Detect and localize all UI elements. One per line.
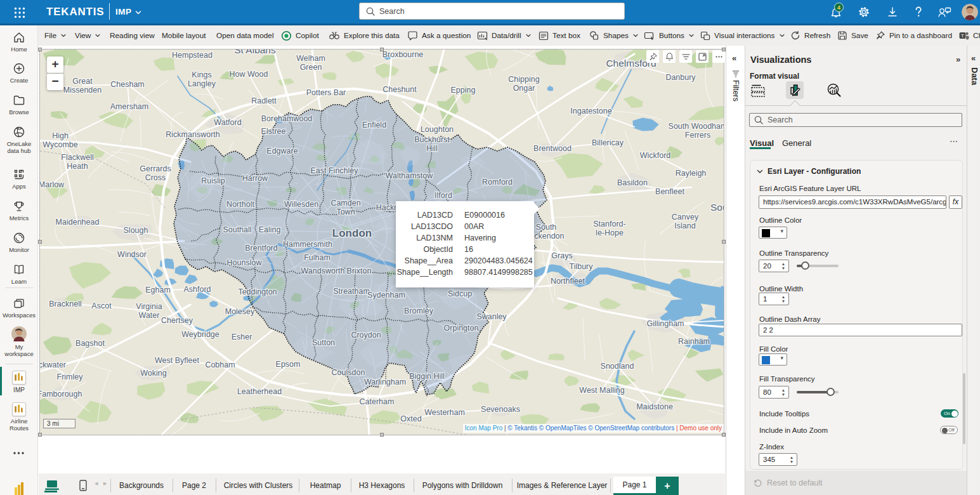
svg-text:Amersham: Amersham: [110, 102, 148, 111]
svg-text:ackwater: ackwater: [40, 360, 66, 369]
svg-text:Bromley: Bromley: [404, 307, 434, 315]
svg-text:Epping: Epping: [451, 86, 476, 95]
svg-text:Chesham: Chesham: [110, 80, 145, 89]
svg-text:Slough: Slough: [124, 226, 148, 235]
svg-text:Brentwood: Brentwood: [533, 144, 572, 153]
svg-text:Bagshot: Bagshot: [75, 339, 105, 348]
svg-text:Radlett: Radlett: [251, 96, 277, 105]
svg-text:Westerham: Westerham: [424, 408, 465, 417]
svg-text:Sidcup: Sidcup: [448, 289, 472, 298]
svg-text:Hammersmith: Hammersmith: [283, 240, 332, 249]
svg-text:Northfleet: Northfleet: [551, 277, 585, 286]
svg-text:East Finchley: East Finchley: [310, 166, 358, 175]
svg-text:St Albans: St Albans: [234, 50, 276, 55]
svg-text:Southall: Southall: [223, 225, 251, 234]
svg-text:West Byfleet: West Byfleet: [155, 356, 199, 365]
svg-text:Danbury: Danbury: [665, 73, 696, 82]
svg-text:Sevenoaks: Sevenoaks: [481, 405, 520, 414]
svg-text:Orpington: Orpington: [444, 324, 479, 333]
svg-text:Epsom: Epsom: [276, 360, 301, 369]
svg-text:Marlow: Marlow: [40, 180, 65, 189]
svg-text:Egham: Egham: [145, 286, 171, 294]
svg-text:Benfleet: Benfleet: [655, 187, 684, 196]
svg-text:Northolt: Northolt: [226, 200, 254, 209]
svg-text:Loughton: Loughton: [421, 125, 454, 134]
svg-text:Rickmansworth: Rickmansworth: [166, 130, 219, 139]
svg-text:Watford: Watford: [214, 118, 241, 127]
svg-text:Cheshunt: Cheshunt: [382, 85, 417, 94]
svg-text:Ilford: Ilford: [434, 191, 452, 200]
svg-text:Willesden: Willesden: [284, 200, 318, 209]
svg-text:Coulsdon: Coulsdon: [332, 368, 365, 377]
svg-text:Rainham: Rainham: [678, 337, 710, 346]
svg-text:Ingatestone: Ingatestone: [570, 107, 611, 116]
svg-text:Windsor: Windsor: [117, 250, 147, 259]
svg-text:Tilbury: Tilbury: [569, 262, 593, 271]
svg-text:Brentford: Brentford: [245, 244, 277, 253]
svg-text:Brixton: Brixton: [347, 267, 372, 275]
svg-text:Teddington: Teddington: [238, 287, 277, 296]
svg-text:Billericay: Billericay: [592, 138, 624, 147]
svg-text:Caterham: Caterham: [360, 397, 395, 406]
svg-text:Biggin Hill: Biggin Hill: [409, 372, 445, 381]
svg-text:Croydon: Croydon: [351, 331, 381, 340]
svg-text:Walthamstow: Walthamstow: [386, 171, 434, 180]
svg-text:Woking: Woking: [140, 369, 167, 378]
svg-text:Streatham: Streatham: [333, 287, 370, 296]
svg-text:Sutton: Sutton: [312, 338, 335, 347]
svg-text:WelhamGreen: WelhamGreen: [296, 54, 325, 72]
svg-text:Fulham: Fulham: [304, 253, 330, 262]
svg-text:VirginiaWater: VirginiaWater: [136, 302, 162, 320]
svg-text:Cobham: Cobham: [205, 360, 235, 369]
svg-text:Bracknell: Bracknell: [49, 300, 81, 308]
svg-text:Harrow: Harrow: [242, 174, 268, 183]
svg-text:Snodland: Snodland: [601, 362, 634, 371]
svg-text:Wandsworth: Wandsworth: [301, 267, 344, 275]
svg-text:Molesey: Molesey: [225, 307, 255, 316]
svg-text:Gillingham: Gillingham: [646, 319, 684, 328]
svg-text:Grays: Grays: [551, 251, 572, 260]
svg-text:Edgware: Edgware: [266, 147, 297, 155]
svg-text:Oxted: Oxted: [400, 414, 421, 423]
svg-text:Potters Bar: Potters Bar: [306, 88, 346, 97]
svg-text:Wickford: Wickford: [640, 151, 671, 160]
svg-text:Ashford: Ashford: [183, 285, 211, 294]
svg-text:Basildon: Basildon: [617, 178, 648, 187]
svg-text:Rayleigh: Rayleigh: [676, 169, 707, 178]
svg-text:Hounslow: Hounslow: [227, 258, 263, 267]
svg-text:Broxbourne: Broxbourne: [382, 50, 424, 59]
svg-text:Esher: Esher: [232, 333, 252, 341]
svg-text:Elstree: Elstree: [261, 127, 286, 136]
svg-text:ChippingOngar: ChippingOngar: [508, 75, 539, 93]
svg-text:Maidenhead: Maidenhead: [56, 218, 100, 227]
svg-text:Ruislip: Ruislip: [201, 176, 225, 185]
svg-text:South: South: [710, 202, 724, 213]
svg-text:Stanford-le-Hope: Stanford-le-Hope: [593, 220, 625, 237]
svg-text:Ascot: Ascot: [91, 301, 112, 310]
svg-text:Famborough: Famborough: [40, 390, 82, 399]
svg-text:Swanley: Swanley: [476, 312, 507, 321]
svg-text:Maidstone: Maidstone: [636, 402, 673, 411]
svg-text:Chertsey: Chertsey: [161, 316, 193, 325]
svg-text:Leatherhead: Leatherhead: [237, 387, 282, 396]
svg-text:T: T: [961, 33, 964, 39]
svg-text:Enfield: Enfield: [362, 121, 386, 129]
svg-text:West Malling: West Malling: [579, 386, 624, 395]
svg-text:Borehamwood: Borehamwood: [261, 114, 313, 123]
svg-text:Sydenham: Sydenham: [367, 291, 405, 300]
svg-text:Frimley: Frimley: [57, 373, 84, 381]
svg-text:How Wood: How Wood: [230, 70, 268, 79]
svg-text:CanveyIsland: CanveyIsland: [672, 213, 699, 230]
svg-text:Weybridge: Weybridge: [181, 330, 219, 339]
svg-text:Romford: Romford: [482, 178, 513, 187]
svg-text:Hempstead: Hempstead: [172, 51, 212, 60]
svg-text:Ealing: Ealing: [259, 225, 281, 234]
svg-text:Warlingham: Warlingham: [364, 378, 406, 386]
svg-text:London: London: [332, 227, 372, 239]
